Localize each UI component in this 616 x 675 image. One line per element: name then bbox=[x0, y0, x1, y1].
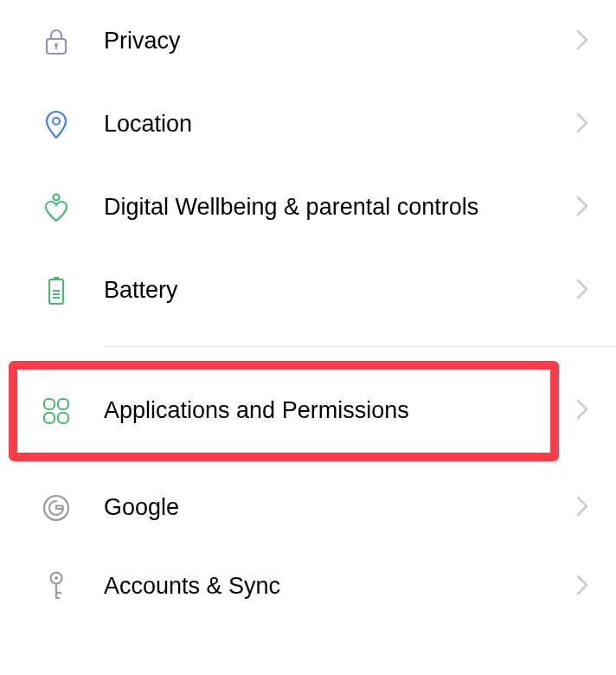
settings-item-battery[interactable]: Battery bbox=[0, 249, 616, 332]
svg-rect-11 bbox=[58, 399, 68, 409]
svg-point-3 bbox=[53, 118, 60, 125]
svg-point-4 bbox=[54, 195, 60, 201]
settings-item-label: Location bbox=[104, 109, 573, 139]
chevron-right-icon bbox=[576, 196, 588, 220]
chevron-right-icon bbox=[576, 279, 588, 303]
chevron-right-icon bbox=[576, 575, 588, 599]
settings-list: Privacy Location Digit bbox=[0, 0, 616, 610]
settings-item-label: Applications and Permissions bbox=[104, 395, 533, 426]
highlight-box: Applications and Permissions bbox=[9, 361, 559, 461]
grid-icon bbox=[42, 396, 71, 426]
svg-rect-10 bbox=[44, 399, 55, 409]
heart-person-icon bbox=[42, 193, 71, 222]
lock-icon bbox=[42, 27, 71, 56]
key-icon bbox=[42, 572, 71, 601]
settings-item-label: Google bbox=[104, 492, 573, 523]
google-icon bbox=[42, 493, 71, 523]
settings-item-label: Privacy bbox=[104, 26, 573, 56]
highlighted-row: Applications and Permissions bbox=[0, 361, 616, 461]
chevron-right-icon bbox=[576, 496, 588, 520]
settings-item-google[interactable]: Google bbox=[0, 466, 616, 550]
settings-item-apps[interactable]: Applications and Permissions bbox=[17, 370, 550, 453]
settings-item-label: Battery bbox=[104, 275, 573, 305]
location-icon bbox=[42, 110, 71, 139]
settings-item-location[interactable]: Location bbox=[0, 83, 616, 166]
section-divider bbox=[104, 346, 616, 347]
settings-item-wellbeing[interactable]: Digital Wellbeing & parental controls bbox=[0, 166, 616, 249]
settings-item-privacy[interactable]: Privacy bbox=[0, 0, 616, 83]
chevron-right-icon bbox=[576, 112, 588, 137]
settings-item-accounts[interactable]: Accounts & Sync bbox=[0, 550, 616, 610]
battery-icon bbox=[42, 276, 71, 305]
settings-item-label: Accounts & Sync bbox=[104, 571, 573, 601]
svg-rect-12 bbox=[44, 413, 55, 423]
chevron-right-icon bbox=[576, 399, 588, 423]
svg-rect-13 bbox=[58, 413, 68, 423]
svg-point-1 bbox=[55, 43, 58, 47]
chevron-right-icon bbox=[576, 29, 588, 54]
svg-point-16 bbox=[55, 576, 58, 580]
settings-item-label: Digital Wellbeing & parental controls bbox=[104, 192, 573, 222]
